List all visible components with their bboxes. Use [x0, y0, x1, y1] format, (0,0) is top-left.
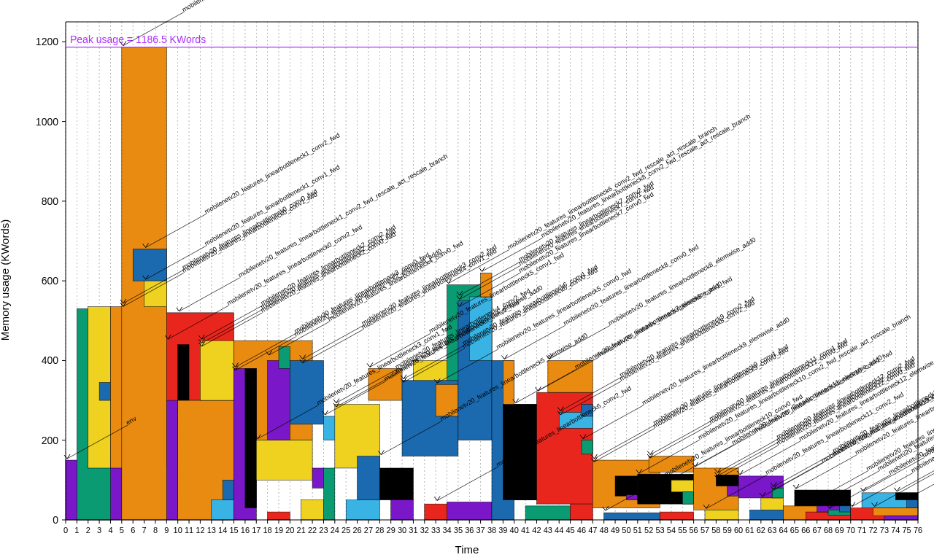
- svg-line-298: [773, 456, 834, 490]
- svg-text:51: 51: [633, 526, 642, 534]
- block-label: mobilenetv20_features_linearbottleneck2_…: [293, 247, 444, 338]
- memory-block: [749, 510, 783, 520]
- memory-block: [279, 346, 290, 368]
- svg-text:33: 33: [431, 526, 440, 534]
- memory-block: [705, 510, 738, 520]
- svg-text:58: 58: [711, 526, 720, 534]
- svg-text:11: 11: [185, 526, 193, 534]
- block-label: mobilenetv20_features_linearbottleneck15…: [921, 373, 934, 459]
- block-label: mobilenetv20_features_linearbottleneck2_…: [259, 230, 397, 314]
- block-label: mobilenetv20_features_linearbottleneck3_…: [293, 251, 431, 335]
- svg-text:66: 66: [801, 526, 810, 534]
- memory-block: [223, 480, 234, 499]
- svg-text:49: 49: [611, 526, 620, 534]
- memory-block: [358, 456, 380, 500]
- svg-text:0: 0: [63, 526, 68, 534]
- svg-text:60: 60: [734, 526, 743, 534]
- svg-text:32: 32: [420, 526, 429, 534]
- svg-text:74: 74: [891, 526, 900, 534]
- memory-block: [256, 440, 312, 481]
- svg-text:25: 25: [341, 526, 350, 534]
- block-label: mobilenetv20_features_linearbottleneck1_…: [204, 163, 341, 247]
- memory-block: [99, 382, 110, 400]
- block-label: mobilenetv20_features_linearbottleneck4_…: [327, 239, 465, 323]
- svg-text:20: 20: [285, 526, 294, 534]
- block-label: mobilenetv20_features_linearbottleneck2_…: [259, 223, 397, 307]
- svg-text:6: 6: [131, 526, 135, 534]
- svg-text:23: 23: [319, 526, 328, 534]
- block-label: mobilenetv20_features_linearbottleneck1_…: [204, 131, 341, 215]
- svg-text:59: 59: [723, 526, 732, 534]
- svg-line-287: [650, 421, 711, 455]
- svg-line-284: [594, 428, 655, 462]
- block-label: mobilenetv20_features_linearbottleneck9_…: [652, 343, 790, 427]
- memory-block: [436, 384, 458, 416]
- svg-text:73: 73: [880, 526, 889, 534]
- svg-text:65: 65: [790, 526, 799, 534]
- memory-block: [245, 368, 256, 508]
- svg-text:41: 41: [521, 526, 530, 534]
- memory-block: [144, 281, 167, 307]
- svg-text:4: 4: [108, 526, 112, 534]
- memory-block: [200, 341, 234, 400]
- block-label: mobilenetv20_features_linearbottleneck8_…: [540, 112, 752, 239]
- block-label: mobilenetv20_features_linearbottleneck12…: [775, 361, 916, 446]
- block-label: mobilenetv20_features_linearbottleneck13…: [820, 372, 934, 464]
- svg-text:63: 63: [768, 526, 776, 534]
- memory-block: [839, 506, 850, 512]
- memory-block: [447, 502, 492, 520]
- block-label: mobilenetv20_features_linearbottleneck9_…: [641, 316, 791, 406]
- block-label: mobilenetv20_features_linearbottleneck8_…: [595, 275, 733, 359]
- block-label: mobilenetv20_features_linearbottleneck12…: [798, 350, 934, 443]
- block-label: mobilenetv20_features_linearbottleneck13…: [831, 372, 934, 457]
- svg-line-292: [717, 439, 778, 472]
- svg-text:1000: 1000: [36, 116, 58, 128]
- svg-text:17: 17: [252, 526, 260, 534]
- svg-text:9: 9: [164, 526, 169, 534]
- memory-block: [604, 513, 660, 520]
- block-label: mobilenetv20_features_linearbottleneck5_…: [495, 267, 633, 351]
- svg-text:34: 34: [442, 526, 451, 534]
- block-label: mobilenetv20_features_linearbottleneck0_…: [181, 190, 319, 274]
- svg-text:800: 800: [42, 195, 59, 207]
- memory-block: [761, 498, 784, 510]
- block-label: mobilenetv20_features_linearbottleneck14…: [910, 381, 934, 474]
- svg-text:40: 40: [510, 526, 519, 534]
- svg-text:26: 26: [352, 526, 361, 534]
- block-label: mobilenetv20_features_linearbottleneck7_…: [517, 179, 655, 263]
- block-label: mobilenetv20_features_linearbottleneck14…: [887, 391, 934, 476]
- svg-text:0: 0: [53, 514, 58, 526]
- svg-line-306: [897, 458, 934, 491]
- memory-block: [301, 500, 324, 520]
- svg-line-293: [717, 443, 778, 476]
- block-label: mobilenetv20_features_linearbottleneck10…: [697, 313, 912, 441]
- memory-block: [379, 468, 413, 500]
- svg-text:21: 21: [297, 526, 306, 534]
- svg-text:10: 10: [174, 526, 182, 534]
- memory-block: [346, 500, 379, 520]
- svg-text:57: 57: [700, 526, 709, 534]
- svg-text:38: 38: [487, 526, 496, 534]
- block-label: mobilenetv20_features_linearbottleneck2_…: [259, 228, 397, 311]
- block-label: mobilenetv20_features_linearbottleneck8_…: [562, 243, 700, 327]
- svg-text:62: 62: [757, 526, 765, 534]
- memory-block: [323, 468, 334, 520]
- svg-text:19: 19: [274, 526, 283, 534]
- memory-block: [268, 360, 290, 440]
- svg-text:48: 48: [600, 526, 609, 534]
- svg-line-290: [695, 433, 756, 467]
- block-label: mobilenetv20_features_linearbottleneck12…: [775, 358, 916, 443]
- svg-text:35: 35: [454, 526, 463, 534]
- block-label: mobilenetv20_features_linearbottleneck9_…: [652, 346, 790, 429]
- memory-block: [884, 516, 918, 520]
- svg-text:37: 37: [476, 526, 485, 534]
- memory-block: [212, 500, 234, 520]
- svg-text:13: 13: [207, 526, 216, 534]
- svg-text:67: 67: [813, 526, 822, 534]
- svg-text:3: 3: [97, 526, 101, 534]
- block-label: mobilenetv20_features_linearbottleneck7_…: [517, 190, 655, 274]
- svg-text:2: 2: [86, 526, 90, 534]
- memory-block: [312, 468, 323, 488]
- svg-line-297: [773, 453, 834, 486]
- memory-block: [660, 512, 694, 520]
